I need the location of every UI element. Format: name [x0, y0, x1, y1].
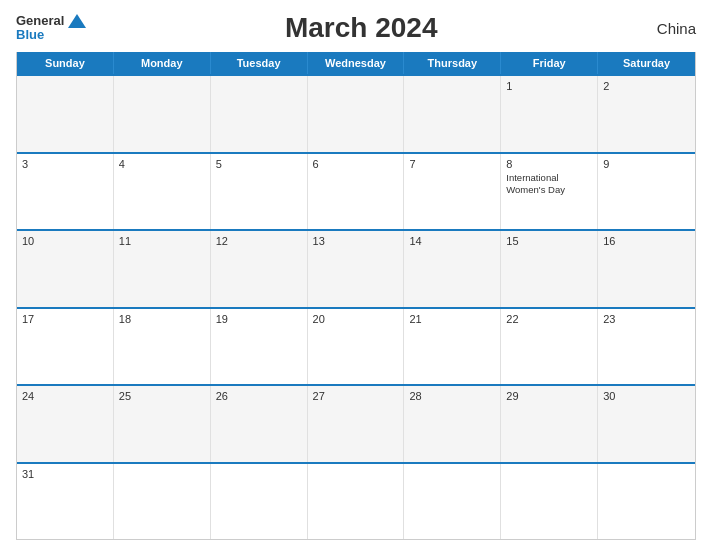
logo-blue: Blue: [16, 28, 86, 42]
calendar-cell-0-2: [211, 76, 308, 152]
calendar-cell-2-6: 16: [598, 231, 695, 307]
logo: General Blue: [16, 14, 86, 43]
day-number: 6: [313, 158, 399, 170]
calendar-cell-4-1: 25: [114, 386, 211, 462]
day-number: 19: [216, 313, 302, 325]
day-number: 11: [119, 235, 205, 247]
calendar-cell-5-6: [598, 464, 695, 540]
event-label: International Women's Day: [506, 172, 592, 197]
header-wednesday: Wednesday: [308, 52, 405, 74]
calendar-cell-1-0: 3: [17, 154, 114, 230]
day-number: 2: [603, 80, 690, 92]
calendar-row-3: 17181920212223: [17, 307, 695, 385]
day-number: 7: [409, 158, 495, 170]
calendar-cell-4-0: 24: [17, 386, 114, 462]
calendar-cell-0-3: [308, 76, 405, 152]
calendar-cell-4-3: 27: [308, 386, 405, 462]
calendar-cell-4-2: 26: [211, 386, 308, 462]
day-number: 13: [313, 235, 399, 247]
day-number: 22: [506, 313, 592, 325]
day-number: 4: [119, 158, 205, 170]
calendar-cell-1-6: 9: [598, 154, 695, 230]
logo-triangle-icon: [68, 14, 86, 28]
day-number: 28: [409, 390, 495, 402]
day-number: 16: [603, 235, 690, 247]
header-saturday: Saturday: [598, 52, 695, 74]
day-number: 30: [603, 390, 690, 402]
calendar-row-5: 31: [17, 462, 695, 540]
calendar-cell-1-5: 8International Women's Day: [501, 154, 598, 230]
calendar-cell-4-4: 28: [404, 386, 501, 462]
calendar-row-4: 24252627282930: [17, 384, 695, 462]
calendar-cell-5-3: [308, 464, 405, 540]
calendar-cell-3-6: 23: [598, 309, 695, 385]
logo-general: General: [16, 14, 64, 28]
day-number: 3: [22, 158, 108, 170]
calendar-grid: Sunday Monday Tuesday Wednesday Thursday…: [16, 52, 696, 540]
calendar-cell-2-4: 14: [404, 231, 501, 307]
day-number: 31: [22, 468, 108, 480]
calendar-row-2: 10111213141516: [17, 229, 695, 307]
day-number: 17: [22, 313, 108, 325]
calendar-body: 12345678International Women's Day9101112…: [17, 74, 695, 539]
calendar-cell-0-1: [114, 76, 211, 152]
calendar-cell-1-1: 4: [114, 154, 211, 230]
calendar-cell-2-5: 15: [501, 231, 598, 307]
day-number: 26: [216, 390, 302, 402]
calendar-cell-3-4: 21: [404, 309, 501, 385]
calendar-cell-3-5: 22: [501, 309, 598, 385]
day-number: 9: [603, 158, 690, 170]
day-number: 27: [313, 390, 399, 402]
country-label: China: [636, 20, 696, 37]
calendar-cell-1-3: 6: [308, 154, 405, 230]
day-number: 10: [22, 235, 108, 247]
calendar-cell-2-1: 11: [114, 231, 211, 307]
day-number: 8: [506, 158, 592, 170]
header-sunday: Sunday: [17, 52, 114, 74]
calendar-cell-3-0: 17: [17, 309, 114, 385]
day-number: 20: [313, 313, 399, 325]
calendar-cell-1-2: 5: [211, 154, 308, 230]
day-number: 21: [409, 313, 495, 325]
day-number: 25: [119, 390, 205, 402]
calendar-cell-0-4: [404, 76, 501, 152]
calendar-header: Sunday Monday Tuesday Wednesday Thursday…: [17, 52, 695, 74]
calendar-cell-3-2: 19: [211, 309, 308, 385]
calendar-cell-5-2: [211, 464, 308, 540]
calendar-page: General Blue March 2024 China Sunday Mon…: [0, 0, 712, 550]
calendar-row-1: 345678International Women's Day9: [17, 152, 695, 230]
calendar-cell-4-6: 30: [598, 386, 695, 462]
header-friday: Friday: [501, 52, 598, 74]
day-number: 23: [603, 313, 690, 325]
calendar-cell-2-0: 10: [17, 231, 114, 307]
calendar-cell-5-1: [114, 464, 211, 540]
calendar-cell-3-3: 20: [308, 309, 405, 385]
header-thursday: Thursday: [404, 52, 501, 74]
day-number: 14: [409, 235, 495, 247]
calendar-cell-0-0: [17, 76, 114, 152]
calendar-cell-1-4: 7: [404, 154, 501, 230]
calendar-cell-0-6: 2: [598, 76, 695, 152]
page-title: March 2024: [86, 12, 636, 44]
header-tuesday: Tuesday: [211, 52, 308, 74]
day-number: 18: [119, 313, 205, 325]
day-number: 29: [506, 390, 592, 402]
calendar-row-0: 12: [17, 74, 695, 152]
calendar-cell-3-1: 18: [114, 309, 211, 385]
day-number: 5: [216, 158, 302, 170]
calendar-cell-5-5: [501, 464, 598, 540]
day-number: 1: [506, 80, 592, 92]
calendar-cell-2-3: 13: [308, 231, 405, 307]
calendar-cell-5-0: 31: [17, 464, 114, 540]
calendar-cell-5-4: [404, 464, 501, 540]
day-number: 15: [506, 235, 592, 247]
header: General Blue March 2024 China: [16, 12, 696, 44]
day-number: 12: [216, 235, 302, 247]
calendar-cell-0-5: 1: [501, 76, 598, 152]
header-monday: Monday: [114, 52, 211, 74]
day-number: 24: [22, 390, 108, 402]
calendar-cell-4-5: 29: [501, 386, 598, 462]
calendar-cell-2-2: 12: [211, 231, 308, 307]
